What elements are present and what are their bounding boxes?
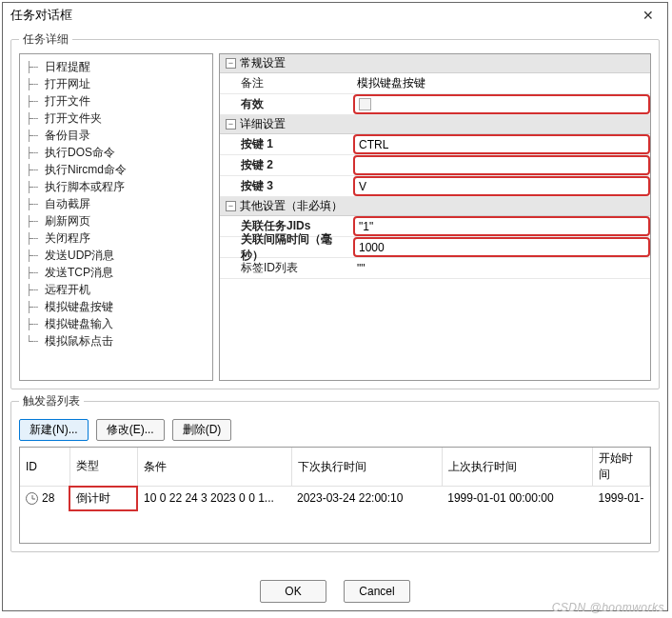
col-last[interactable]: 上次执行时间 xyxy=(442,448,592,487)
tree-item: ├┄打开网址 xyxy=(22,75,210,92)
cell-cond: 10 0 22 24 3 2023 0 0 1... xyxy=(137,487,291,510)
tree-item: ├┄执行脚本或程序 xyxy=(22,178,210,195)
col-id[interactable]: ID xyxy=(20,448,69,487)
prop-key1-value[interactable]: CTRL xyxy=(353,134,650,154)
titlebar: 任务对话框 ✕ xyxy=(3,3,667,28)
tree-item: ├┄备份目录 xyxy=(22,127,210,144)
prop-remark-label: 备注 xyxy=(220,75,353,91)
tree-item: ├┄发送UDP消息 xyxy=(22,247,210,264)
edit-trigger-button[interactable]: 修改(E)... xyxy=(96,419,165,441)
triggers-group: 触发器列表 新建(N)... 修改(E)... 删除(D) ID 类型 条件 下… xyxy=(10,393,660,552)
prop-tagids-label: 标签ID列表 xyxy=(220,260,353,276)
cancel-button[interactable]: Cancel xyxy=(344,580,410,603)
section-other: −其他设置（非必填） xyxy=(220,197,650,216)
task-details-group: 任务详细 ├┄日程提醒 ├┄打开网址 ├┄打开文件 ├┄打开文件夹 ├┄备份目录… xyxy=(10,31,660,389)
section-detail: −详细设置 xyxy=(220,115,650,134)
prop-key2-value[interactable] xyxy=(353,155,650,175)
tree-item: ├┄刷新网页 xyxy=(22,212,210,229)
prop-key2-label: 按键 2 xyxy=(220,157,353,173)
new-trigger-button[interactable]: 新建(N)... xyxy=(19,419,89,441)
triggers-table[interactable]: ID 类型 条件 下次执行时间 上次执行时间 开始时间 28 倒计时 10 0 … xyxy=(19,447,651,544)
ok-button[interactable]: OK xyxy=(260,580,326,603)
watermark: CSDN @boomworks xyxy=(552,601,664,614)
col-type[interactable]: 类型 xyxy=(69,448,137,487)
task-type-tree[interactable]: ├┄日程提醒 ├┄打开网址 ├┄打开文件 ├┄打开文件夹 ├┄备份目录 ├┄执行… xyxy=(19,53,213,381)
prop-remark-value[interactable]: 模拟键盘按键 xyxy=(353,73,650,93)
prop-enabled-label: 有效 xyxy=(220,96,353,112)
tree-item: ├┄执行DOS命令 xyxy=(22,144,210,161)
prop-key3-label: 按键 3 xyxy=(220,178,353,194)
tree-item: ├┄模拟键盘按键 xyxy=(22,298,210,315)
prop-key1-label: 按键 1 xyxy=(220,136,353,152)
checkbox-unchecked-icon[interactable] xyxy=(359,98,371,110)
task-details-legend: 任务详细 xyxy=(19,31,72,48)
tree-item: ├┄关闭程序 xyxy=(22,229,210,247)
tree-item: ├┄模拟键盘输入 xyxy=(22,315,210,332)
triggers-legend: 触发器列表 xyxy=(19,393,84,409)
clock-icon xyxy=(26,492,38,505)
cell-start: 1999-01- xyxy=(592,487,649,510)
prop-jids-value[interactable]: "1" xyxy=(353,216,650,236)
task-dialog: 任务对话框 ✕ 任务详细 ├┄日程提醒 ├┄打开网址 ├┄打开文件 ├┄打开文件… xyxy=(2,2,668,611)
cell-last: 1999-01-01 00:00:00 xyxy=(442,487,592,510)
tree-item: ├┄打开文件夹 xyxy=(22,110,210,127)
close-icon[interactable]: ✕ xyxy=(637,6,660,25)
prop-tagids-value[interactable]: "" xyxy=(353,258,650,278)
section-general: −常规设置 xyxy=(220,54,650,73)
col-cond[interactable]: 条件 xyxy=(137,448,291,487)
prop-interval-label: 关联间隔时间（毫秒） xyxy=(220,231,353,264)
delete-trigger-button[interactable]: 删除(D) xyxy=(172,419,232,441)
tree-item: ├┄打开文件 xyxy=(22,92,210,110)
table-row[interactable]: 28 倒计时 10 0 22 24 3 2023 0 0 1... 2023-0… xyxy=(20,487,650,510)
collapse-icon[interactable]: − xyxy=(226,58,236,69)
prop-interval-value[interactable]: 1000 xyxy=(353,237,650,257)
collapse-icon[interactable]: − xyxy=(226,119,236,130)
tree-item: ├┄执行Nircmd命令 xyxy=(22,161,210,178)
cell-next: 2023-03-24 22:00:10 xyxy=(291,487,442,510)
col-start[interactable]: 开始时间 xyxy=(592,448,649,487)
tree-item: ├┄日程提醒 xyxy=(22,58,210,75)
cell-type: 倒计时 xyxy=(69,487,137,510)
tree-item: ├┄自动截屏 xyxy=(22,195,210,212)
tree-item: └┄模拟鼠标点击 xyxy=(22,332,210,349)
col-next[interactable]: 下次执行时间 xyxy=(291,448,442,487)
dialog-title: 任务对话框 xyxy=(10,7,637,24)
collapse-icon[interactable]: − xyxy=(226,201,236,211)
tree-item: ├┄远程开机 xyxy=(22,281,210,298)
tree-item: ├┄发送TCP消息 xyxy=(22,264,210,281)
property-grid: −常规设置 备注模拟键盘按键 有效 −详细设置 按键 1CTRL 按键 2 按键… xyxy=(219,53,651,381)
prop-key3-value[interactable]: V xyxy=(353,176,650,196)
prop-enabled-value[interactable] xyxy=(353,94,650,114)
